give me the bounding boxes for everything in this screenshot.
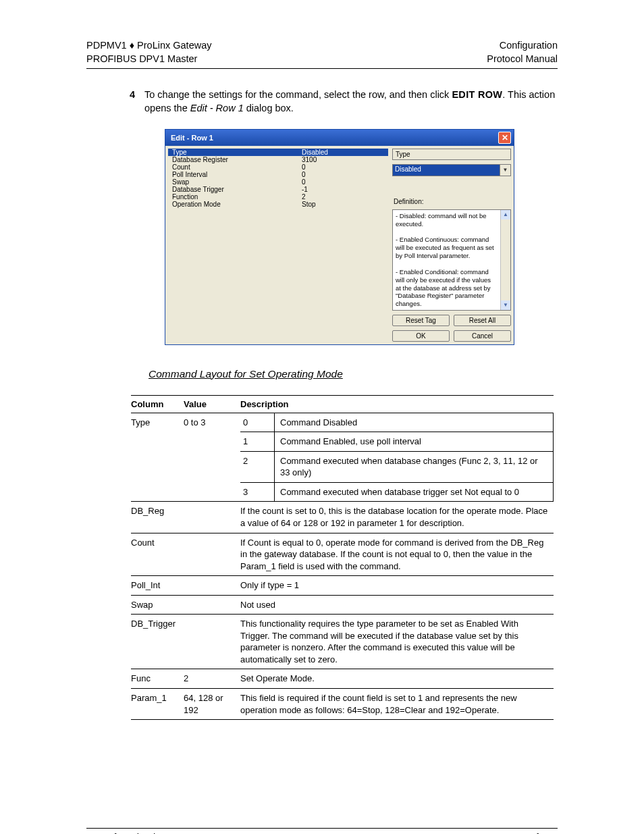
cell-description: If Count is equal to 0, operate mode for… bbox=[240, 533, 554, 576]
type-dropdown[interactable]: Disabled ▼ bbox=[392, 164, 511, 176]
cell-value bbox=[184, 615, 240, 669]
dropdown-value: Disabled bbox=[393, 165, 500, 176]
property-value: 3100 bbox=[298, 156, 321, 163]
property-row[interactable]: Database Register3100 bbox=[168, 156, 388, 163]
cell-description: Not used bbox=[240, 595, 554, 615]
cell-subnum: 3 bbox=[240, 482, 275, 502]
scrollbar[interactable]: ▲ ▼ bbox=[500, 210, 510, 310]
cell-subnum: 0 bbox=[240, 413, 275, 432]
step-text: To change the settings for the command, … bbox=[144, 88, 558, 115]
property-row[interactable]: TypeDisabled bbox=[168, 149, 388, 156]
page-footer: ProSoft Technology, Inc. March 23, 2011 … bbox=[86, 828, 558, 834]
dialog-titlebar: Edit - Row 1 ✕ bbox=[165, 130, 514, 146]
header-right-2: Protocol Manual bbox=[487, 53, 558, 66]
property-key: Type bbox=[168, 149, 298, 156]
property-row[interactable]: Operation ModeStop bbox=[168, 201, 388, 208]
definition-text: - Disabled: command will not be executed… bbox=[393, 210, 500, 310]
cell-column: Swap bbox=[131, 595, 184, 615]
cell-description: This functionality requires the type par… bbox=[240, 615, 554, 669]
property-key: Database Trigger bbox=[168, 186, 298, 193]
property-key: Database Register bbox=[168, 156, 298, 163]
cell-subnum: 1 bbox=[240, 432, 275, 452]
cell-column: Type bbox=[131, 413, 184, 502]
dialog-title: Edit - Row 1 bbox=[171, 134, 213, 142]
property-value: 2 bbox=[298, 193, 310, 201]
chevron-down-icon[interactable]: ▼ bbox=[500, 165, 510, 176]
property-list[interactable]: TypeDisabledDatabase Register3100Count0P… bbox=[168, 149, 388, 342]
cell-value bbox=[184, 576, 240, 596]
cancel-button[interactable]: Cancel bbox=[454, 330, 511, 342]
cell-column: DB_Reg bbox=[131, 502, 184, 533]
reset-tag-button[interactable]: Reset Tag bbox=[392, 315, 450, 326]
cell-value bbox=[184, 502, 240, 533]
step-4: 4 To change the settings for the command… bbox=[124, 88, 558, 115]
cell-description: Set Operate Mode. bbox=[240, 669, 554, 689]
property-value: Stop bbox=[298, 201, 320, 208]
reset-all-button[interactable]: Reset All bbox=[454, 315, 511, 326]
property-value: 0 bbox=[298, 163, 310, 171]
cell-subdesc: Command executed when database trigger s… bbox=[275, 482, 554, 502]
cell-column: Count bbox=[131, 533, 184, 576]
cell-subdesc: Command Disabled bbox=[275, 413, 554, 432]
property-value: Disabled bbox=[298, 149, 332, 156]
definition-box: - Disabled: command will not be executed… bbox=[392, 209, 511, 311]
step-number: 4 bbox=[124, 88, 135, 115]
cell-description: This field is required if the count fiel… bbox=[240, 689, 554, 720]
cell-value bbox=[184, 595, 240, 615]
property-value: 0 bbox=[298, 171, 310, 178]
cell-description: Only if type = 1 bbox=[240, 576, 554, 596]
property-key: Operation Mode bbox=[168, 201, 298, 208]
property-key: Poll Interval bbox=[168, 171, 298, 178]
property-value: -1 bbox=[298, 186, 312, 193]
cell-subdesc: Command Enabled, use poll interval bbox=[275, 432, 554, 452]
property-row[interactable]: Database Trigger-1 bbox=[168, 186, 388, 193]
cell-subnum: 2 bbox=[240, 451, 275, 482]
cell-column: Poll_Int bbox=[131, 576, 184, 596]
cell-subdesc: Command executed when database changes (… bbox=[275, 451, 554, 482]
th-description: Description bbox=[240, 395, 554, 413]
close-icon[interactable]: ✕ bbox=[498, 132, 511, 144]
cell-value: 64, 128 or 192 bbox=[184, 689, 240, 720]
cell-value: 0 to 3 bbox=[184, 413, 240, 502]
property-key: Swap bbox=[168, 178, 298, 186]
property-row[interactable]: Poll Interval0 bbox=[168, 171, 388, 178]
scroll-down-icon[interactable]: ▼ bbox=[501, 301, 510, 310]
th-column: Column bbox=[131, 395, 184, 413]
cell-value: 2 bbox=[184, 669, 240, 689]
header-left-2: PROFIBUS DPV1 Master bbox=[86, 53, 212, 66]
ok-button[interactable]: OK bbox=[392, 330, 450, 342]
footer-page: Page 35 of 157 bbox=[491, 831, 558, 834]
section-title: Command Layout for Set Operating Mode bbox=[149, 368, 558, 380]
cell-description: If the count is set to 0, this is the da… bbox=[240, 502, 554, 533]
field-name-box: Type bbox=[392, 149, 511, 160]
property-row[interactable]: Function2 bbox=[168, 193, 388, 201]
cell-column: Func bbox=[131, 669, 184, 689]
property-key: Count bbox=[168, 163, 298, 171]
th-value: Value bbox=[184, 395, 240, 413]
cell-value bbox=[184, 533, 240, 576]
header-right-1: Configuration bbox=[487, 39, 558, 53]
property-row[interactable]: Swap0 bbox=[168, 178, 388, 186]
command-layout-table: Column Value Description Type0 to 30 Com… bbox=[131, 395, 554, 720]
definition-label: Definition: bbox=[392, 198, 511, 205]
page-header: PDPMV1 ♦ ProLinx Gateway PROFIBUS DPV1 M… bbox=[86, 39, 558, 69]
property-key: Function bbox=[168, 193, 298, 201]
edit-row-dialog: Edit - Row 1 ✕ TypeDisabledDatabase Regi… bbox=[165, 129, 514, 345]
header-left-1: PDPMV1 ♦ ProLinx Gateway bbox=[86, 39, 212, 53]
cell-column: DB_Trigger bbox=[131, 615, 184, 669]
scroll-up-icon[interactable]: ▲ bbox=[501, 210, 510, 219]
property-row[interactable]: Count0 bbox=[168, 163, 388, 171]
property-value: 0 bbox=[298, 178, 310, 186]
footer-company: ProSoft Technology, Inc. bbox=[86, 831, 192, 834]
cell-column: Param_1 bbox=[131, 689, 184, 720]
